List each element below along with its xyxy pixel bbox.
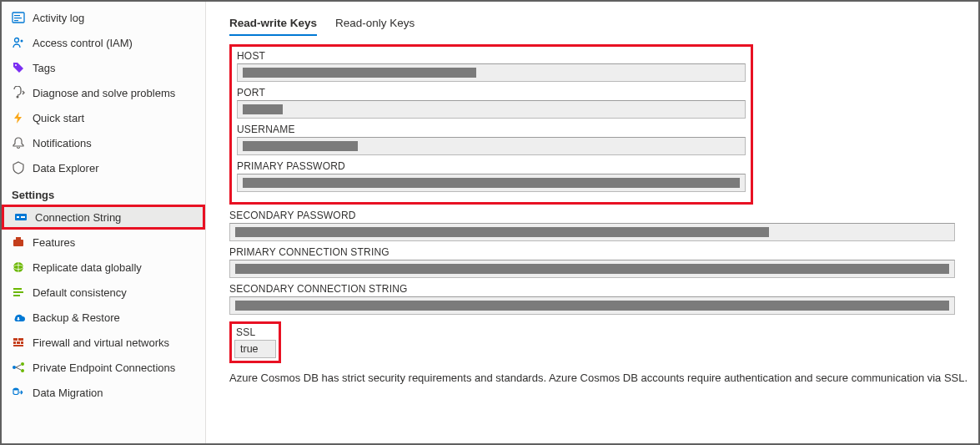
svg-rect-3	[14, 20, 18, 21]
private-endpoint-icon	[12, 361, 25, 374]
sidebar-section-settings: Settings	[2, 180, 205, 205]
sidebar-item-label: Activity log	[33, 12, 84, 24]
sidebar-item-label: Backup & Restore	[33, 311, 120, 324]
connection-string-icon	[14, 210, 28, 224]
sidebar-item-connection-string[interactable]: Connection String	[2, 205, 205, 230]
redacted-value	[243, 68, 476, 78]
notifications-icon	[12, 136, 25, 149]
sidebar-item-data-migration[interactable]: Data Migration	[2, 380, 205, 405]
sidebar-item-replicate[interactable]: Replicate data globally	[2, 255, 205, 280]
svg-point-25	[21, 362, 24, 366]
sidebar-item-features[interactable]: Features	[2, 230, 205, 255]
field-port: PORT	[237, 87, 746, 119]
sidebar-item-firewall[interactable]: Firewall and virtual networks	[2, 330, 205, 355]
sidebar-item-quick-start[interactable]: Quick start	[2, 105, 205, 130]
svg-rect-10	[21, 216, 25, 218]
primary-password-input[interactable]	[237, 174, 746, 192]
ssl-value: true	[240, 343, 259, 355]
diagnose-icon	[12, 86, 25, 99]
redacted-value	[235, 227, 769, 237]
svg-rect-19	[13, 341, 23, 341]
field-ssl: SSL true	[229, 321, 281, 363]
tab-read-write-keys[interactable]: Read-write Keys	[229, 12, 317, 36]
sidebar-item-activity-log[interactable]: Activity log	[2, 5, 205, 30]
sidebar-item-access-control[interactable]: Access control (IAM)	[2, 30, 205, 55]
sidebar-item-label: Replicate data globally	[33, 261, 142, 274]
sidebar-item-diagnose[interactable]: Diagnose and solve problems	[2, 80, 205, 105]
secondary-connection-string-input[interactable]	[229, 296, 955, 315]
sidebar-item-tags[interactable]: Tags	[2, 55, 205, 80]
tabs: Read-write Keys Read-only Keys	[229, 12, 978, 36]
sidebar-item-label: Tags	[33, 62, 55, 74]
svg-point-24	[13, 366, 16, 369]
svg-rect-12	[16, 237, 21, 240]
svg-rect-20	[13, 344, 23, 345]
sidebar-item-label: Private Endpoint Connections	[33, 362, 175, 374]
port-input[interactable]	[237, 100, 746, 119]
sidebar-item-label: Connection String	[35, 211, 121, 224]
svg-point-6	[15, 64, 17, 66]
svg-point-27	[13, 388, 18, 391]
svg-rect-23	[20, 341, 21, 344]
field-label: SECONDARY PASSWORD	[229, 210, 973, 223]
field-label: USERNAME	[237, 124, 746, 137]
svg-rect-21	[18, 338, 18, 341]
sidebar-item-data-explorer[interactable]: Data Explorer	[2, 155, 205, 180]
field-label: PORT	[237, 87, 746, 100]
sidebar-item-label: Default consistency	[33, 286, 127, 299]
sidebar-item-consistency[interactable]: Default consistency	[2, 280, 205, 305]
footer-note: Azure Cosmos DB has strict security requ…	[229, 368, 978, 384]
activity-log-icon	[12, 11, 25, 24]
secondary-password-input[interactable]	[229, 223, 955, 241]
main-panel: Read-write Keys Read-only Keys HOST PORT…	[206, 2, 978, 443]
svg-rect-15	[13, 288, 22, 290]
backup-icon	[12, 311, 25, 324]
svg-rect-2	[14, 18, 22, 18]
svg-rect-1	[14, 15, 20, 16]
svg-rect-16	[13, 291, 23, 293]
consistency-icon	[12, 286, 25, 299]
sidebar-item-label: Features	[33, 236, 75, 249]
redacted-value	[243, 141, 358, 151]
sidebar-item-notifications[interactable]: Notifications	[2, 130, 205, 155]
firewall-icon	[12, 336, 25, 349]
sidebar-item-label: Firewall and virtual networks	[33, 336, 169, 349]
host-input[interactable]	[237, 63, 746, 82]
field-label: PRIMARY PASSWORD	[237, 160, 746, 174]
svg-rect-9	[17, 216, 19, 218]
svg-rect-22	[16, 341, 17, 344]
field-host: HOST	[237, 50, 746, 82]
username-input[interactable]	[237, 137, 746, 155]
field-primary-connection-string: PRIMARY CONNECTION STRING	[229, 246, 973, 283]
sidebar-item-label: Notifications	[33, 137, 92, 149]
svg-point-26	[21, 369, 24, 372]
sidebar-item-label: Data Explorer	[33, 162, 98, 174]
sidebar-item-private-endpoint[interactable]: Private Endpoint Connections	[2, 355, 205, 380]
svg-point-4	[15, 38, 19, 43]
sidebar-item-label: Access control (IAM)	[33, 37, 133, 49]
field-label: SSL	[234, 326, 276, 340]
field-secondary-password: SECONDARY PASSWORD	[229, 210, 973, 246]
ssl-input[interactable]: true	[234, 340, 276, 358]
svg-rect-11	[13, 240, 23, 246]
redacted-value	[243, 178, 740, 188]
redacted-value	[243, 104, 283, 114]
sidebar-item-label: Diagnose and solve problems	[33, 87, 175, 99]
field-label: SECONDARY CONNECTION STRING	[229, 283, 973, 296]
svg-point-5	[21, 40, 23, 43]
svg-rect-17	[13, 295, 20, 296]
access-control-icon	[12, 36, 25, 49]
svg-point-7	[17, 96, 19, 99]
field-label: HOST	[237, 50, 746, 63]
sidebar-item-backup[interactable]: Backup & Restore	[2, 305, 205, 330]
primary-connection-string-input[interactable]	[229, 260, 955, 278]
sidebar-item-label: Data Migration	[33, 387, 103, 399]
redacted-value	[235, 264, 949, 274]
highlighted-fields-group: HOST PORT USERNAME PRIMARY PASSWORD	[229, 44, 753, 205]
replicate-icon	[12, 260, 25, 274]
redacted-value	[235, 301, 949, 311]
field-label: PRIMARY CONNECTION STRING	[229, 246, 973, 260]
tab-read-only-keys[interactable]: Read-only Keys	[335, 12, 415, 36]
sidebar: Activity log Access control (IAM) Tags D…	[2, 2, 206, 443]
data-migration-icon	[12, 386, 25, 399]
